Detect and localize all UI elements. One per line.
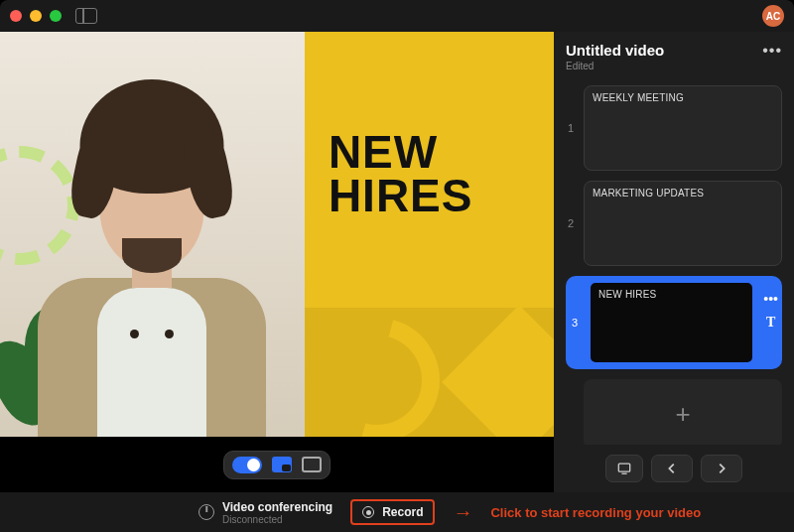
slide-number: 1 [566,122,576,134]
project-title: Untitled video [566,42,664,59]
slide-list: 1 WEEKLY MEETING 2 MARKETING UPDATES 3 N… [566,85,782,445]
arrow-right-icon: → [453,501,472,524]
presenter-nav [566,445,782,482]
slide-number: 3 [570,317,580,329]
avatar[interactable]: AC [762,5,784,27]
slide-item-selected[interactable]: 3 NEW HIRES ••• T [566,276,782,369]
slide-overlay: NEWHIRES [305,32,554,437]
next-slide-button[interactable] [701,455,742,482]
presenter [33,109,271,437]
svg-rect-2 [618,464,629,471]
sidebar: Untitled video Edited ••• 1 WEEKLY MEETI… [554,32,794,492]
present-button[interactable] [605,455,643,482]
close-icon[interactable] [10,10,22,22]
project-header: Untitled video Edited ••• [566,42,782,71]
slide-thumb[interactable]: WEEKLY MEETING [584,85,782,171]
camera-toggle[interactable] [232,457,262,473]
sidebar-toggle-icon[interactable] [75,8,97,24]
minimize-icon[interactable] [30,10,42,22]
record-hint: Click to start recording your video [490,505,701,520]
broadcast-icon [198,504,214,520]
vc-status: Disconnected [222,514,332,525]
record-icon [362,506,374,518]
record-label: Record [382,505,423,519]
project-menu-icon[interactable]: ••• [762,42,782,60]
slide-actions: ••• T [763,291,778,354]
slide-menu-icon[interactable]: ••• [763,291,778,307]
text-tool-icon[interactable]: T [766,315,775,331]
maximize-icon[interactable] [50,10,62,22]
video-conferencing-status[interactable]: Video conferencing Disconnected [198,500,332,525]
preview-controls [0,437,554,492]
layout-full-icon[interactable] [302,457,322,472]
slide-title: NEWHIRES [329,131,544,217]
add-slide-button[interactable]: + [584,379,782,445]
traffic-lights [10,10,62,22]
preview-canvas: NEWHIRES [0,32,554,437]
slide-item[interactable]: 2 MARKETING UPDATES [566,181,782,266]
main: NEWHIRES Untitled video Edited ••• 1 WEE… [0,32,794,492]
slide-thumb[interactable]: NEW HIRES [588,280,755,365]
layout-pip-icon[interactable] [272,457,292,472]
control-bar [223,451,331,479]
footer: Video conferencing Disconnected Record →… [0,492,794,532]
slide-item[interactable]: 1 WEEKLY MEETING [566,85,782,171]
project-subtitle: Edited [566,61,664,71]
add-slide-row: + [566,379,782,445]
vc-title: Video conferencing [222,500,332,514]
titlebar: AC [0,0,794,32]
slide-label: MARKETING UPDATES [593,188,704,199]
prev-slide-button[interactable] [651,455,693,482]
slide-label: NEW HIRES [598,289,656,300]
camera-feed [0,32,305,437]
slide-number: 2 [566,217,576,229]
slide-label: WEEKLY MEETING [593,92,684,103]
slide-pattern [305,308,554,437]
record-button[interactable]: Record [350,499,435,525]
preview-pane: NEWHIRES [0,32,554,492]
slide-thumb[interactable]: MARKETING UPDATES [584,181,782,266]
